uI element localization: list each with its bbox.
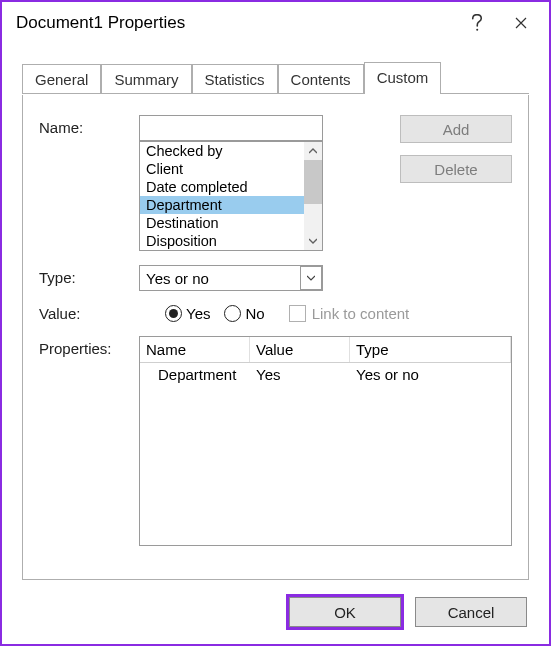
chevron-down-icon (307, 275, 315, 281)
content-area: General Summary Statistics Contents Cust… (2, 44, 549, 644)
list-item-selected[interactable]: Department (140, 196, 304, 214)
scroll-thumb[interactable] (304, 160, 322, 204)
col-value[interactable]: Value (250, 337, 350, 362)
link-label: Link to content (312, 305, 410, 322)
properties-grid[interactable]: Name Value Type Department Yes Yes or no (139, 336, 512, 546)
cell-type: Yes or no (350, 363, 511, 386)
radio-yes-label: Yes (186, 305, 210, 322)
radio-yes[interactable]: Yes (165, 305, 210, 322)
list-item[interactable]: Date completed (140, 178, 304, 196)
chevron-up-icon (309, 148, 317, 154)
scrollbar[interactable] (304, 142, 322, 250)
value-label: Value: (39, 305, 139, 322)
list-item[interactable]: Disposition (140, 232, 304, 250)
list-item[interactable]: Destination (140, 214, 304, 232)
type-select[interactable]: Yes or no (139, 265, 323, 291)
list-item[interactable]: Checked by (140, 142, 304, 160)
ok-button[interactable]: OK (289, 597, 401, 627)
value-radio-group: Yes No (139, 305, 265, 322)
tab-panel-custom: Name: Checked by Client Date completed D… (22, 95, 529, 580)
cell-name: Department (140, 363, 250, 386)
tab-contents[interactable]: Contents (278, 64, 364, 94)
dropdown-button[interactable] (300, 266, 322, 290)
tab-custom[interactable]: Custom (364, 62, 442, 94)
col-type[interactable]: Type (350, 337, 511, 362)
tab-statistics[interactable]: Statistics (192, 64, 278, 94)
type-select-value: Yes or no (146, 270, 209, 287)
name-listbox[interactable]: Checked by Client Date completed Departm… (139, 141, 323, 251)
add-button[interactable]: Add (400, 115, 512, 143)
delete-button[interactable]: Delete (400, 155, 512, 183)
properties-dialog: Document1 Properties General Summary Sta… (0, 0, 551, 646)
tab-general[interactable]: General (22, 64, 101, 94)
value-row: Value: Yes No Link to content (39, 305, 512, 322)
grid-header: Name Value Type (140, 337, 511, 363)
radio-icon (224, 305, 241, 322)
radio-no[interactable]: No (224, 305, 264, 322)
properties-label: Properties: (39, 336, 139, 357)
link-checkbox[interactable] (289, 305, 306, 322)
dialog-footer: OK Cancel (2, 580, 549, 644)
help-icon (471, 14, 483, 32)
close-icon (515, 17, 527, 29)
cell-value: Yes (250, 363, 350, 386)
help-button[interactable] (455, 4, 499, 42)
type-row: Type: Yes or no (39, 265, 512, 291)
table-row[interactable]: Department Yes Yes or no (140, 363, 511, 386)
scroll-down-button[interactable] (304, 232, 322, 250)
titlebar: Document1 Properties (2, 2, 549, 44)
col-name[interactable]: Name (140, 337, 250, 362)
name-input[interactable] (139, 115, 323, 141)
window-title: Document1 Properties (16, 13, 455, 33)
radio-icon (165, 305, 182, 322)
svg-point-0 (476, 29, 478, 31)
name-row: Name: Checked by Client Date completed D… (39, 115, 512, 251)
properties-row: Properties: Name Value Type Department Y… (39, 336, 512, 563)
list-item[interactable]: Client (140, 160, 304, 178)
type-label: Type: (39, 265, 139, 286)
name-label: Name: (39, 115, 139, 136)
cancel-button[interactable]: Cancel (415, 597, 527, 627)
tab-summary[interactable]: Summary (101, 64, 191, 94)
scroll-up-button[interactable] (304, 142, 322, 160)
tabstrip: General Summary Statistics Contents Cust… (2, 44, 549, 95)
chevron-down-icon (309, 238, 317, 244)
close-button[interactable] (499, 4, 543, 42)
radio-no-label: No (245, 305, 264, 322)
